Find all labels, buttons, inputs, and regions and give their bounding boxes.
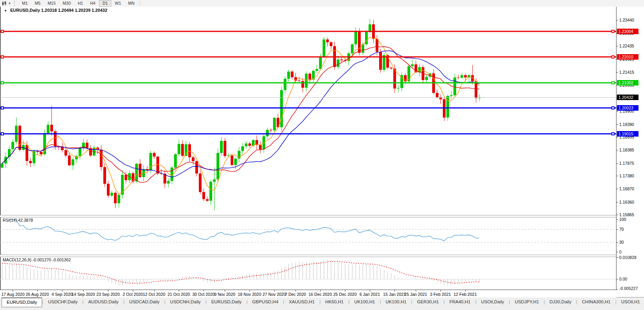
chart-tab-gbpusd-h4[interactable]: GBPUSD,H4	[248, 298, 283, 306]
timeframe-button-h1[interactable]: H1	[74, 0, 86, 7]
timeframe-button-d1[interactable]: D1	[99, 0, 111, 7]
macd-tick-label: 0.010828	[619, 255, 637, 260]
chart-tab-uk100-h1[interactable]: UK100,H1	[381, 298, 411, 306]
chart-tab-fra40-h1[interactable]: FRA40,H1	[445, 298, 475, 306]
date-tick	[62, 290, 62, 292]
date-label: 18 Nov 2020	[238, 292, 261, 297]
date-label: 12 Feb 2021	[454, 292, 477, 297]
chart-tab-hk50-h1[interactable]: HK50,H1	[321, 298, 349, 306]
rsi-tick	[616, 219, 618, 220]
date-tick	[83, 290, 84, 292]
candlestick-chart-icon[interactable]: ▼	[0, 0, 13, 6]
chart-tab-dj30-daily[interactable]: DJ30,Daily	[545, 298, 576, 306]
price-tick	[616, 176, 618, 176]
chart-tabs: EURUSD,Daily|USDCHF,Daily|AUDUSD,Daily|U…	[0, 297, 644, 307]
macd-panel-canvas[interactable]	[0, 256, 616, 290]
chart-menu-icon[interactable]: ▼	[4, 9, 7, 13]
date-label: 21 Oct 2020	[167, 292, 190, 297]
timeframe-button-m5[interactable]: M5	[31, 0, 44, 7]
chart-tab-china300-h1[interactable]: CHINA300,H1	[577, 298, 615, 306]
price-tick-label: 1.16360	[619, 200, 634, 204]
timeframe-button-m15[interactable]: M15	[44, 0, 59, 7]
chart-tab-uk100-h1[interactable]: UK100,H1	[349, 298, 380, 306]
date-label: 30 Oct 2020	[192, 292, 215, 297]
price-tick	[616, 20, 618, 20]
timeframe-button-mn[interactable]: MN	[125, 0, 138, 7]
date-label: 23 Sep 2020	[96, 292, 120, 297]
rsi-tick	[616, 229, 618, 230]
price-tick-label: 1.18385	[619, 148, 634, 152]
price-line-badge: 1.19015	[617, 131, 638, 137]
timeframe-button-h4[interactable]: H4	[86, 0, 99, 7]
chart-tab-bar: EURUSD,Daily|USDCHF,Daily|AUDUSD,Daily|U…	[0, 297, 644, 310]
price-tick	[616, 150, 618, 150]
price-tick-label: 1.23440	[619, 18, 634, 22]
chart-tab-eurusd-daily[interactable]: EURUSD,Daily	[2, 297, 42, 307]
price-tick	[616, 124, 618, 125]
date-label: 16 Dec 2020	[308, 292, 332, 297]
ohlc-open: 1.20318	[41, 8, 57, 13]
date-label: 14 Sep 2020	[72, 292, 95, 297]
macd-label: MACD(12,26,9) -0.001270 -0.001362	[3, 257, 71, 262]
date-axis: 17 Aug 202026 Aug 20204 Sep 202014 Sep 2…	[0, 290, 616, 297]
chart-tab-xauusd-h1[interactable]: XAUUSD,H1	[284, 298, 319, 306]
price-tick-label: 1.21415	[619, 70, 634, 75]
price-tick-label: 1.19390	[619, 122, 634, 127]
price-line-badge: 1.20023	[617, 105, 638, 111]
panel-separator[interactable]	[0, 215, 616, 217]
date-label: 12 Oct 2020	[143, 292, 165, 297]
price-tick	[616, 137, 618, 137]
chart-tab-usdcnh-daily[interactable]: USDCNH,Daily	[165, 298, 205, 306]
date-tick	[154, 290, 154, 292]
chart-tab-ger30-h1[interactable]: GER30,H1	[412, 298, 444, 306]
price-tick	[616, 72, 618, 73]
chevron-down-icon: ▼	[8, 2, 11, 5]
ohlc-low: 1.20239	[75, 8, 91, 13]
main-chart-canvas[interactable]	[0, 7, 616, 215]
date-label: 3 Feb 2021	[430, 292, 451, 297]
date-tick	[179, 290, 179, 292]
chart-tab-usdjpy-h1[interactable]: USDJPY,H1	[510, 298, 544, 306]
price-tick	[616, 215, 618, 215]
price-tick	[616, 46, 618, 46]
timeframe-button-m1[interactable]: M1	[18, 0, 31, 7]
date-label: 27 Nov 2020	[262, 292, 286, 297]
rsi-tick-label: 0	[619, 250, 622, 254]
date-tick	[37, 290, 38, 292]
chart-tab-audusd-daily[interactable]: AUDUSD,Daily	[83, 298, 123, 306]
date-tick	[274, 290, 275, 292]
timeframe-button-m30[interactable]: M30	[59, 0, 74, 7]
date-label: 7 Dec 2020	[285, 292, 306, 297]
chart-tab-eurusd-daily[interactable]: EURUSD,Daily	[207, 298, 246, 306]
macd-tick	[616, 257, 618, 258]
date-tick	[345, 290, 345, 292]
price-tick-label: 1.17875	[619, 161, 634, 166]
rsi-tick-label: 100	[619, 217, 626, 222]
price-tick	[616, 202, 618, 202]
rsi-panel-canvas[interactable]	[0, 217, 616, 255]
mt4-window: ▼ M1M5M15M30H1H4D1W1MN ▼ EURUSD,Daily 1.…	[0, 0, 644, 310]
date-label: 2 Oct 2020	[123, 292, 143, 297]
date-tick	[465, 290, 466, 292]
rsi-tick-label: 70	[619, 227, 624, 232]
timeframe-button-w1[interactable]: W1	[111, 0, 125, 7]
current-price-badge: 1.20432	[617, 95, 638, 100]
date-tick	[13, 290, 13, 292]
toolbar-grip	[14, 1, 17, 6]
price-tick-label: 1.15865	[619, 212, 634, 217]
date-label: 6 Jan 2021	[360, 292, 380, 297]
date-tick	[225, 290, 225, 292]
date-tick	[133, 290, 133, 292]
chart-tab-usoil-daily[interactable]: USOil,Daily	[476, 298, 509, 306]
chart-tab-usdcad-daily[interactable]: USDCAD,Daily	[125, 298, 164, 306]
rsi-label: RSI(14) 42.3878	[3, 218, 33, 222]
macd-tick-label: -0.005227	[619, 286, 638, 291]
rsi-tick	[616, 252, 618, 252]
chart-tab-usdchf-daily[interactable]: USDCHF,Daily	[43, 298, 82, 306]
date-tick	[320, 290, 321, 292]
panel-separator[interactable]	[0, 255, 616, 257]
rsi-tick	[616, 242, 618, 243]
chart-tab-usoil-h1[interactable]: USOil,H1	[616, 298, 644, 306]
price-line-badge: 1.23004	[617, 29, 638, 34]
macd-tick	[616, 289, 618, 290]
